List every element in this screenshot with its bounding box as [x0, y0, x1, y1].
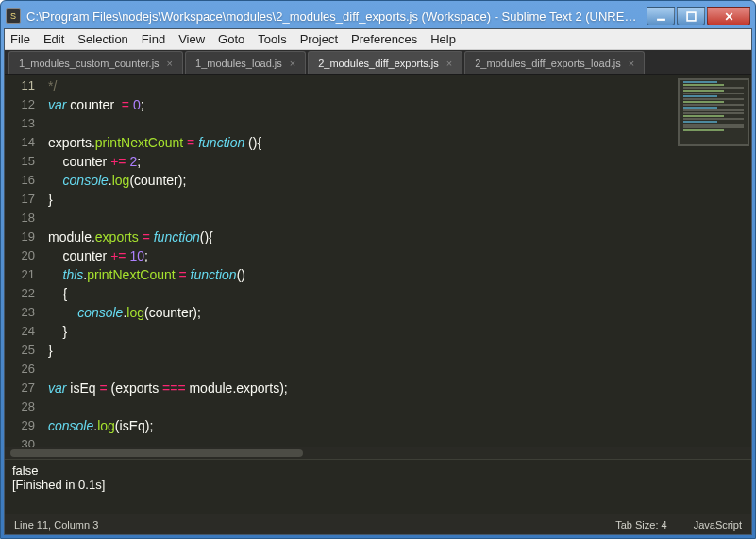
menu-goto[interactable]: Goto [218, 32, 244, 46]
code-line[interactable]: console.log(counter); [48, 303, 751, 322]
code-line[interactable]: this.printNextCount = function() [48, 265, 751, 284]
line-number: 25 [5, 341, 35, 360]
code-line[interactable]: } [48, 190, 751, 209]
build-output-panel[interactable]: false [Finished in 0.1s] [5, 459, 751, 514]
code-line[interactable]: } [48, 322, 751, 341]
code-line[interactable]: console.log(counter); [48, 171, 751, 190]
line-number: 29 [5, 416, 35, 435]
tab[interactable]: 2_modules_diff_exports.js× [308, 51, 462, 74]
close-button[interactable] [707, 7, 750, 25]
line-number: 28 [5, 397, 35, 416]
tab-close-icon[interactable]: × [446, 58, 452, 69]
line-number: 22 [5, 284, 35, 303]
menu-help[interactable]: Help [430, 32, 456, 46]
code-line[interactable]: counter += 2; [48, 152, 751, 171]
line-number: 16 [5, 171, 35, 190]
menu-preferences[interactable]: Preferences [351, 32, 417, 46]
minimize-button[interactable] [647, 7, 675, 25]
tab-close-icon[interactable]: × [629, 58, 634, 69]
line-number: 23 [5, 303, 35, 322]
status-tab-size[interactable]: Tab Size: 4 [615, 519, 666, 531]
window-controls [645, 7, 750, 25]
tabbar: 1_modules_custom_counter.js×1_modules_lo… [5, 50, 751, 75]
line-number: 26 [5, 360, 35, 379]
code-line[interactable]: } [48, 341, 751, 360]
maximize-icon [686, 11, 697, 22]
tab[interactable]: 2_modules_diff_exports_load.js× [464, 51, 645, 74]
line-gutter: 1112131415161718192021222324252627282930 [5, 75, 44, 447]
line-number: 17 [5, 190, 35, 209]
line-number: 14 [5, 133, 35, 152]
menu-view[interactable]: View [178, 32, 205, 46]
code-area[interactable]: */var counter = 0; exports.printNextCoun… [48, 75, 751, 447]
tab-close-icon[interactable]: × [167, 58, 173, 69]
status-position[interactable]: Line 11, Column 3 [14, 519, 589, 531]
line-number: 11 [5, 76, 35, 95]
client-area: File Edit Selection Find View Goto Tools… [4, 28, 752, 535]
status-syntax[interactable]: JavaScript [694, 519, 742, 531]
menubar: File Edit Selection Find View Goto Tools… [5, 29, 751, 50]
code-line[interactable]: var counter = 0; [48, 95, 751, 114]
line-number: 30 [5, 435, 35, 447]
tab-label: 1_modules_custom_counter.js [19, 58, 160, 69]
minimap[interactable] [678, 78, 749, 146]
line-number: 15 [5, 152, 35, 171]
editor-viewport[interactable]: 1112131415161718192021222324252627282930… [5, 75, 751, 447]
code-line[interactable] [48, 435, 751, 447]
code-line[interactable]: var isEq = (exports === module.exports); [48, 379, 751, 397]
tab-label: 2_modules_diff_exports_load.js [475, 58, 621, 69]
menu-edit[interactable]: Edit [43, 32, 64, 46]
menu-find[interactable]: Find [142, 32, 165, 46]
tab-label: 1_modules_load.js [195, 58, 282, 69]
minimize-icon [656, 11, 666, 22]
tab[interactable]: 1_modules_load.js× [185, 51, 306, 74]
line-number: 12 [5, 95, 35, 114]
menu-project[interactable]: Project [300, 32, 338, 46]
code-line[interactable]: module.exports = function(){ [48, 227, 751, 246]
app-icon: S [6, 8, 21, 24]
console-line: [Finished in 0.1s] [12, 478, 744, 492]
tab-close-icon[interactable]: × [290, 58, 295, 69]
console-line: false [12, 463, 744, 478]
svg-rect-1 [687, 12, 696, 21]
line-number: 13 [5, 114, 35, 133]
line-number: 21 [5, 265, 35, 284]
line-number: 18 [5, 209, 35, 227]
horizontal-scrollbar[interactable] [5, 447, 751, 459]
scrollbar-thumb[interactable] [10, 449, 303, 457]
line-number: 20 [5, 246, 35, 265]
tab[interactable]: 1_modules_custom_counter.js× [8, 51, 183, 74]
editor: 1112131415161718192021222324252627282930… [5, 75, 751, 534]
line-number: 27 [5, 379, 35, 397]
code-line[interactable]: { [48, 284, 751, 303]
maximize-button[interactable] [677, 7, 705, 25]
menu-file[interactable]: File [10, 32, 30, 46]
titlebar[interactable]: S C:\Program Files\nodejs\Workspace\modu… [4, 4, 752, 28]
code-line[interactable]: */ [48, 76, 751, 95]
close-icon [724, 11, 734, 22]
code-line[interactable] [48, 114, 751, 133]
app-window: S C:\Program Files\nodejs\Workspace\modu… [0, 0, 756, 539]
statusbar: Line 11, Column 3 Tab Size: 4 JavaScript [5, 514, 751, 534]
menu-tools[interactable]: Tools [258, 32, 286, 46]
code-line[interactable] [48, 209, 751, 227]
code-line[interactable] [48, 397, 751, 416]
code-line[interactable]: counter += 10; [48, 246, 751, 265]
code-line[interactable]: console.log(isEq); [48, 416, 751, 435]
tab-label: 2_modules_diff_exports.js [318, 58, 439, 69]
svg-rect-0 [657, 18, 665, 20]
line-number: 19 [5, 227, 35, 246]
line-number: 24 [5, 322, 35, 341]
code-line[interactable]: exports.printNextCount = function (){ [48, 133, 751, 152]
window-title: C:\Program Files\nodejs\Workspace\module… [26, 9, 645, 24]
code-line[interactable] [48, 360, 751, 379]
menu-selection[interactable]: Selection [77, 32, 127, 46]
